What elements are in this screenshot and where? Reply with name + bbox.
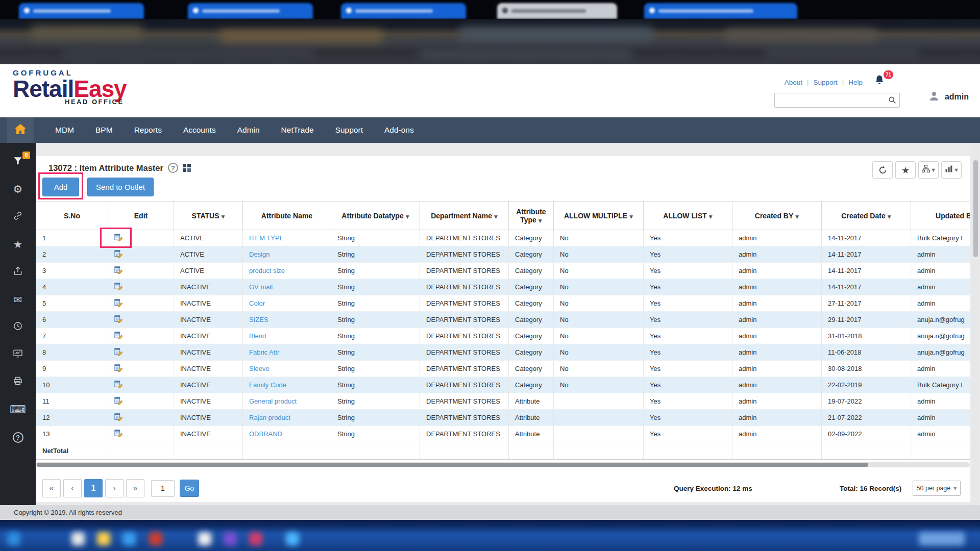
sort-caret-icon[interactable]: ▼: [494, 214, 498, 219]
nav-home[interactable]: [7, 117, 34, 143]
attribute-name-link[interactable]: General product: [249, 397, 297, 405]
sidebar-item-filter[interactable]: 0: [0, 148, 36, 176]
current-page-button[interactable]: 1: [84, 479, 103, 497]
scrollbar-thumb[interactable]: [37, 463, 868, 467]
cell-attribute-type: Attribute: [509, 393, 554, 410]
attribute-name-link[interactable]: ITEM TYPE: [249, 234, 284, 242]
browser-tab[interactable]: [19, 3, 144, 19]
page-help-icon[interactable]: ?: [168, 163, 178, 173]
sort-caret-icon[interactable]: ▼: [709, 214, 713, 219]
nav-item-bpm[interactable]: BPM: [95, 126, 113, 135]
column-header-allow-list[interactable]: ALLOW LIST▼: [644, 202, 732, 230]
edit-icon[interactable]: [114, 364, 122, 372]
edit-icon[interactable]: [114, 233, 122, 241]
attribute-name-link[interactable]: Fabric Attr: [249, 348, 279, 356]
attribute-name-link[interactable]: Rajan product: [249, 414, 290, 421]
per-page-select[interactable]: 50 per page ▼: [913, 481, 961, 496]
link-divider: |: [807, 79, 809, 86]
about-link[interactable]: About: [785, 79, 802, 86]
column-header-status[interactable]: STATUS▼: [174, 202, 243, 230]
refresh-button[interactable]: [872, 161, 893, 179]
column-header-created-by[interactable]: Created BY▼: [732, 202, 822, 230]
cell-attribute-type: Attribute: [509, 410, 554, 426]
sidebar-item-mail[interactable]: ✉: [0, 286, 36, 313]
cell-created-date: 31-01-2018: [822, 328, 911, 344]
sidebar-item-print[interactable]: [0, 368, 36, 396]
sidebar-item-help[interactable]: ?: [0, 423, 36, 451]
edit-icon[interactable]: [114, 331, 122, 339]
help-link[interactable]: Help: [848, 79, 863, 86]
edit-icon[interactable]: [114, 282, 122, 290]
attribute-name-link[interactable]: ODBRAND: [249, 430, 282, 438]
sort-caret-icon[interactable]: ▼: [222, 214, 225, 219]
sidebar-item-dashboard[interactable]: [0, 341, 36, 368]
nav-item-admin[interactable]: Admin: [237, 126, 260, 135]
browser-tab[interactable]: [188, 3, 313, 19]
nav-item-addons[interactable]: Add-ons: [384, 126, 414, 135]
browser-tab[interactable]: [644, 3, 797, 19]
first-page-button[interactable]: «: [42, 479, 61, 497]
add-button[interactable]: Add: [42, 178, 79, 196]
favorite-button[interactable]: ★: [895, 161, 916, 179]
attribute-name-link[interactable]: product size: [249, 267, 285, 274]
edit-icon[interactable]: [114, 347, 122, 356]
last-page-button[interactable]: »: [126, 479, 144, 497]
edit-icon[interactable]: [114, 380, 122, 388]
edit-icon[interactable]: [114, 249, 122, 258]
star-icon: ★: [13, 239, 22, 249]
attribute-name-link[interactable]: Sleeve: [249, 365, 270, 372]
search-icon[interactable]: [888, 96, 896, 106]
sidebar-item-shortcuts[interactable]: ⌨: [0, 396, 36, 423]
column-header-attribute-type[interactable]: Attribute Type▼: [509, 202, 554, 230]
nav-item-mdm[interactable]: MDM: [55, 126, 74, 135]
attribute-name-link[interactable]: Design: [249, 251, 270, 258]
edit-icon[interactable]: [114, 298, 122, 307]
sort-caret-icon[interactable]: ▼: [406, 214, 409, 219]
nav-item-accounts[interactable]: Accounts: [183, 126, 216, 135]
sort-caret-icon[interactable]: ▼: [795, 214, 799, 219]
sort-caret-icon[interactable]: ▼: [629, 214, 633, 219]
nav-item-nettrade[interactable]: NetTrade: [281, 126, 314, 135]
sidebar-item-favorites[interactable]: ★: [0, 231, 36, 258]
column-header-created-date[interactable]: Created Date▼: [822, 202, 911, 230]
main-nav: MDM BPM Reports Accounts Admin NetTrade …: [0, 117, 980, 143]
browser-tab-active[interactable]: [497, 3, 617, 19]
sort-caret-icon[interactable]: ▼: [538, 218, 542, 223]
sidebar-item-settings[interactable]: ⚙: [0, 176, 36, 203]
edit-icon[interactable]: [114, 429, 122, 437]
column-header-allow-multiple[interactable]: ALLOW MULTIPLE▼: [554, 202, 644, 230]
sidebar-item-history[interactable]: [0, 313, 36, 341]
attribute-name-link[interactable]: Family Code: [249, 381, 286, 389]
attribute-name-link[interactable]: Color: [249, 299, 265, 307]
sidebar-item-share[interactable]: [0, 258, 36, 286]
support-link[interactable]: Support: [813, 79, 837, 86]
page-number-input[interactable]: [151, 480, 175, 497]
column-header-attribute-datatype[interactable]: Attribute Datatype▼: [331, 202, 420, 230]
nav-item-support[interactable]: Support: [335, 126, 363, 135]
previous-page-button[interactable]: ‹: [63, 479, 82, 497]
notification-bell-icon[interactable]: 71: [874, 74, 887, 88]
edit-icon[interactable]: [114, 396, 122, 405]
grid-icon[interactable]: [183, 164, 191, 172]
sidebar-item-links[interactable]: [0, 203, 36, 231]
attribute-name-link[interactable]: Blend: [249, 332, 266, 340]
browser-tab[interactable]: [341, 3, 466, 19]
edit-icon[interactable]: [114, 315, 122, 323]
sort-caret-icon[interactable]: ▼: [888, 214, 891, 219]
search-input[interactable]: [774, 93, 900, 108]
cell-created-date: 30-08-2018: [822, 361, 911, 377]
chart-view-button[interactable]: ▼: [941, 161, 962, 179]
nav-item-reports[interactable]: Reports: [134, 126, 162, 135]
total-records: Total: 16 Record(s): [840, 485, 901, 492]
go-button[interactable]: Go: [180, 480, 199, 497]
column-header-department-name[interactable]: Department Name▼: [420, 202, 509, 230]
edit-icon[interactable]: [114, 266, 122, 274]
edit-icon[interactable]: [114, 413, 122, 421]
send-to-outlet-button[interactable]: Send to Outlet: [87, 178, 154, 196]
scrollbar-thumb[interactable]: [973, 160, 978, 257]
hierarchy-view-button[interactable]: ▼: [918, 161, 939, 179]
attribute-name-link[interactable]: GV mall: [249, 283, 273, 291]
user-menu[interactable]: admin: [928, 90, 969, 104]
attribute-name-link[interactable]: SIZES: [249, 316, 268, 323]
next-page-button[interactable]: ›: [105, 479, 124, 497]
